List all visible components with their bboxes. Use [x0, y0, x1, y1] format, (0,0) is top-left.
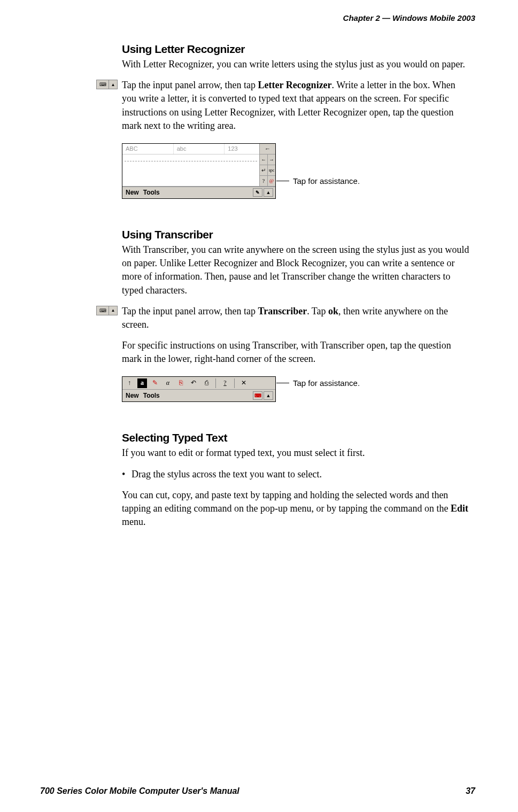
intro-text-3: If you want to edit or format typed text… [122, 446, 470, 460]
tr-new-label: New [126, 392, 139, 399]
help-icon: ? [220, 378, 230, 388]
arrow-right-icon: → [268, 154, 275, 165]
pen-icon: ✎ [150, 378, 160, 388]
letter-recognizer-panel: ABC abc 123 ← ← → ↵ spc ? @ [122, 143, 276, 199]
lr-writing-area [122, 154, 259, 187]
lr-side-buttons: ← ← → ↵ spc ? @ [259, 144, 275, 187]
space-label: spc [268, 165, 275, 175]
bullet-dot: • [122, 468, 132, 481]
callout-line-2 [276, 383, 289, 383]
running-header: Chapter 2 — Windows Mobile 2003 [343, 13, 475, 22]
input-panel-icon: ⌨ ▲ [96, 306, 118, 315]
tr-tools-label: Tools [143, 392, 160, 399]
help-icon: ? [260, 176, 268, 186]
lr-tab-abc-lower: abc [174, 144, 225, 154]
header-text: Chapter 2 — Windows Mobile 2003 [343, 13, 475, 22]
tr-toolbar: ↑ a ✎ α ⎘ ↶ ⎙ ? ✕ [122, 377, 275, 390]
arrow-up-icon: ▲ [109, 80, 118, 89]
at-icon: @ [268, 176, 275, 186]
page-content: Using Letter Recognizer With Letter Reco… [122, 43, 470, 536]
close-icon: ✕ [239, 378, 249, 388]
section-heading-transcriber: Using Transcriber [122, 228, 470, 241]
keyboard-icon: ⌨ [96, 306, 109, 315]
intro-text-2: With Transcriber, you can write anywhere… [122, 243, 470, 297]
keyboard-icon: ⌨ [253, 391, 262, 400]
lr-new-label: New [126, 189, 139, 196]
enter-icon: ↵ [260, 165, 268, 175]
lr-tools-label: Tools [143, 189, 160, 196]
bullet-text: Drag the stylus across the text you want… [132, 468, 322, 481]
undo-icon: ↶ [189, 378, 198, 388]
lr-footer: New Tools ✎ ▲ [122, 187, 275, 198]
lr-header: ABC abc 123 [122, 144, 275, 154]
arrow-up-icon: ▲ [109, 306, 118, 315]
instruction-text-1: Tap the input panel arrow, then tap Lett… [122, 79, 470, 133]
section-heading-letter-recognizer: Using Letter Recognizer [122, 43, 470, 56]
alpha-icon: α [163, 378, 173, 388]
para-edit-menu: You can cut, copy, and paste text by tap… [122, 489, 470, 529]
transcriber-panel: ↑ a ✎ α ⎘ ↶ ⎙ ? ✕ New Tools ⌨ ▲ [122, 376, 276, 402]
arrow-up-icon: ▲ [264, 391, 273, 400]
pencil-icon: ✎ [253, 188, 262, 197]
section-heading-selecting-text: Selecting Typed Text [122, 431, 470, 444]
para-transcriber-help: For specific instructions on using Trans… [122, 339, 470, 366]
instruction-text-2: Tap the input panel arrow, then tap Tran… [122, 305, 470, 331]
callout-text-1: Tap for assistance. [293, 176, 360, 185]
separator [215, 378, 216, 388]
instruction-with-icon-1: ⌨ ▲ Tap the input panel arrow, then tap … [122, 79, 470, 133]
shift-icon: ↑ [125, 378, 134, 388]
manual-title: 700 Series Color Mobile Computer User's … [40, 786, 239, 796]
book-icon: ⎘ [176, 378, 185, 388]
copy-icon: ⎙ [202, 378, 211, 388]
input-panel-icon: ⌨ ▲ [96, 80, 118, 89]
figure-transcriber: ↑ a ✎ α ⎘ ↶ ⎙ ? ✕ New Tools ⌨ ▲ [122, 376, 470, 402]
separator [234, 378, 235, 388]
figure-letter-recognizer: ABC abc 123 ← ← → ↵ spc ? @ [122, 143, 470, 199]
page-footer: 700 Series Color Mobile Computer User's … [40, 786, 475, 796]
page-number: 37 [466, 786, 475, 796]
tr-footer: New Tools ⌨ ▲ [122, 390, 275, 401]
lr-guide-line [125, 161, 257, 161]
intro-text-1: With Letter Recognizer, you can write le… [122, 58, 470, 71]
callout-line-1 [276, 181, 289, 181]
arrow-up-icon: ▲ [264, 188, 273, 197]
keyboard-icon: ⌨ [96, 80, 109, 89]
bullet-item: • Drag the stylus across the text you wa… [122, 468, 470, 481]
instruction-with-icon-2: ⌨ ▲ Tap the input panel arrow, then tap … [122, 305, 470, 331]
callout-text-2: Tap for assistance. [293, 378, 360, 388]
arrow-left-icon: ← [260, 154, 268, 165]
backspace-icon: ← [259, 144, 275, 154]
lr-tab-abc-upper: ABC [122, 144, 174, 154]
letter-a-icon: a [137, 378, 147, 388]
